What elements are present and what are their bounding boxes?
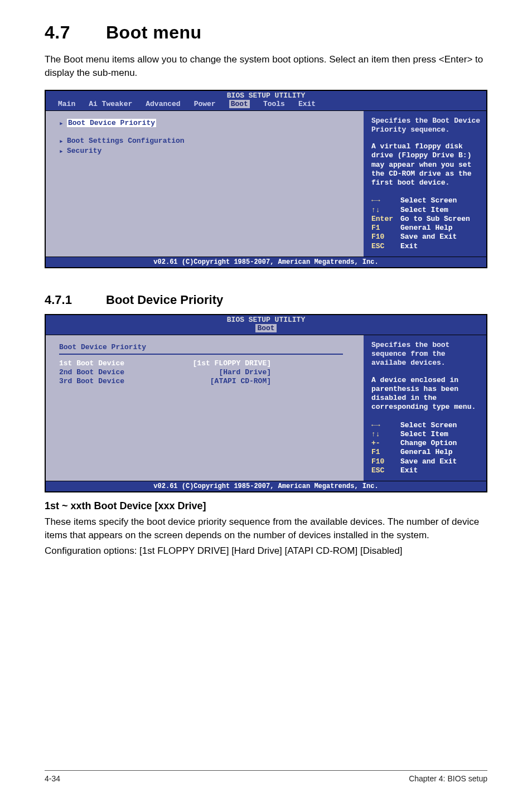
nav-row: ESCExit	[371, 242, 481, 251]
nav-row: ↑↓Select Item	[371, 206, 481, 215]
tab-boot[interactable]: Boot	[229, 100, 250, 108]
nav-row: ESCExit	[371, 466, 481, 475]
tab-exit[interactable]: Exit	[298, 100, 316, 108]
nav-row: +-Change Option	[371, 439, 481, 448]
device-value: [Hard Drive]	[219, 368, 271, 376]
bios-screen-boot-device-priority: BIOS SETUP UTILITY Boot Boot Device Prio…	[45, 314, 487, 492]
menu-item-label: Boot Settings Configuration	[67, 137, 185, 145]
device-label: 2nd Boot Device	[59, 368, 171, 376]
device-value: [1st FLOPPY DRIVE]	[193, 359, 271, 368]
bios-title: BIOS SETUP UTILITY	[46, 91, 486, 100]
nav-row: F1General Help	[371, 448, 481, 457]
menu-item-boot-device-priority[interactable]: ▸ Boot Device Priority	[59, 119, 358, 128]
bios-left-panel: ▸ Boot Device Priority ▸ Boot Settings C…	[46, 111, 365, 257]
page-number: 4-34	[45, 774, 60, 783]
nav-key: +-	[371, 439, 400, 448]
nav-row: EnterGo to Sub Screen	[371, 215, 481, 224]
help-text-primary: Specifies the Boot Device Priority seque…	[371, 117, 481, 135]
nav-key: Enter	[371, 215, 400, 224]
nav-key: ←→	[371, 421, 400, 430]
spacer	[59, 129, 358, 137]
nav-help-block: ←→Select Screen ↑↓Select Item +-Change O…	[371, 421, 481, 476]
nav-value: Select Screen	[400, 421, 457, 430]
menu-item-security[interactable]: ▸ Security	[59, 147, 358, 156]
panel-heading: Boot Device Priority	[59, 343, 358, 351]
nav-value: Exit	[400, 466, 418, 475]
nav-key: F10	[371, 233, 400, 241]
page-footer: 4-34 Chapter 4: BIOS setup	[45, 770, 487, 783]
bios-title: BIOS SETUP UTILITY	[46, 315, 486, 324]
nav-key: ESC	[371, 242, 400, 251]
nav-key: F10	[371, 457, 400, 466]
tab-main[interactable]: Main	[58, 100, 75, 108]
item-paragraph-2: Configuration options: [1st FLOPPY DRIVE…	[45, 544, 487, 558]
bios-body: Boot Device Priority 1st Boot Device [1s…	[46, 335, 486, 481]
tab-power[interactable]: Power	[194, 100, 216, 108]
nav-key: ↑↓	[371, 430, 400, 439]
nav-key: F1	[371, 224, 400, 233]
subsection-number: 4.7.1	[45, 293, 106, 307]
nav-value: General Help	[400, 448, 453, 457]
nav-value: Select Item	[400, 206, 448, 215]
device-label: 3rd Boot Device	[59, 377, 171, 385]
menu-item-boot-settings-configuration[interactable]: ▸ Boot Settings Configuration	[59, 137, 358, 146]
nav-row: F1General Help	[371, 224, 481, 233]
tab-advanced[interactable]: Advanced	[146, 100, 180, 108]
boot-device-3[interactable]: 3rd Boot Device [ATAPI CD-ROM]	[59, 377, 271, 385]
bios-left-panel: Boot Device Priority 1st Boot Device [1s…	[46, 335, 365, 481]
subsection-title: 4.7.1Boot Device Priority	[45, 293, 487, 307]
tab-tools[interactable]: Tools	[263, 100, 285, 108]
bios-menu-tabs: Boot	[46, 324, 486, 335]
divider	[59, 354, 343, 355]
submenu-arrow-icon: ▸	[59, 137, 67, 146]
nav-value: Exit	[400, 242, 418, 251]
nav-help-block: ←→Select Screen ↑↓Select Item EnterGo to…	[371, 196, 481, 251]
nav-value: Select Screen	[400, 196, 457, 205]
nav-row: F10Save and Exit	[371, 457, 481, 466]
section-title: 4.7Boot menu	[45, 22, 487, 43]
menu-item-label: Security	[67, 147, 101, 155]
nav-row: ↑↓Select Item	[371, 430, 481, 439]
nav-row: ←→Select Screen	[371, 421, 481, 430]
section-number: 4.7	[45, 22, 106, 43]
nav-value: General Help	[400, 224, 453, 233]
tab-boot[interactable]: Boot	[255, 324, 276, 332]
bios-menu-tabs: Main Ai Tweaker Advanced Power Boot Tool…	[46, 100, 486, 110]
menu-item-label: Boot Device Priority	[67, 119, 156, 127]
bios-footer: v02.61 (C)Copyright 1985-2007, American …	[46, 481, 486, 491]
boot-device-2[interactable]: 2nd Boot Device [Hard Drive]	[59, 368, 271, 376]
nav-row: ←→Select Screen	[371, 196, 481, 205]
item-title: 1st ~ xxth Boot Device [xxx Drive]	[45, 500, 487, 512]
nav-value: Save and Exit	[400, 457, 457, 466]
nav-key: ESC	[371, 466, 400, 475]
nav-key: F1	[371, 448, 400, 457]
bios-screen-boot-menu: BIOS SETUP UTILITY Main Ai Tweaker Advan…	[45, 90, 487, 268]
device-value: [ATAPI CD-ROM]	[210, 377, 271, 385]
bios-body: ▸ Boot Device Priority ▸ Boot Settings C…	[46, 110, 486, 257]
boot-device-1[interactable]: 1st Boot Device [1st FLOPPY DRIVE]	[59, 359, 271, 368]
nav-key: ↑↓	[371, 206, 400, 215]
help-text-secondary: A virtual floppy disk drive (Floppy Driv…	[371, 142, 481, 187]
help-text-secondary: A device enclosed in parenthesis has bee…	[371, 376, 481, 412]
intro-paragraph: The Boot menu items allow you to change …	[45, 53, 487, 80]
bios-help-panel: Specifies the Boot Device Priority seque…	[365, 111, 486, 257]
boot-device-list: 1st Boot Device [1st FLOPPY DRIVE] 2nd B…	[59, 359, 358, 385]
nav-value: Go to Sub Screen	[400, 215, 470, 224]
section-name: Boot menu	[106, 22, 202, 42]
device-label: 1st Boot Device	[59, 359, 171, 368]
nav-value: Select Item	[400, 430, 448, 439]
help-text-primary: Specifies the boot sequence from the ava…	[371, 341, 481, 368]
bios-help-panel: Specifies the boot sequence from the ava…	[365, 335, 486, 481]
nav-value: Change Option	[400, 439, 457, 448]
subsection-name: Boot Device Priority	[106, 293, 223, 307]
item-paragraph-1: These items specify the boot device prio…	[45, 515, 487, 542]
submenu-arrow-icon: ▸	[59, 147, 67, 156]
nav-value: Save and Exit	[400, 233, 457, 241]
nav-key: ←→	[371, 196, 400, 205]
tab-ai-tweaker[interactable]: Ai Tweaker	[89, 100, 132, 108]
chapter-label: Chapter 4: BIOS setup	[409, 774, 487, 783]
nav-row: F10Save and Exit	[371, 233, 481, 241]
submenu-arrow-icon: ▸	[59, 119, 67, 128]
bios-footer: v02.61 (C)Copyright 1985-2007, American …	[46, 257, 486, 267]
